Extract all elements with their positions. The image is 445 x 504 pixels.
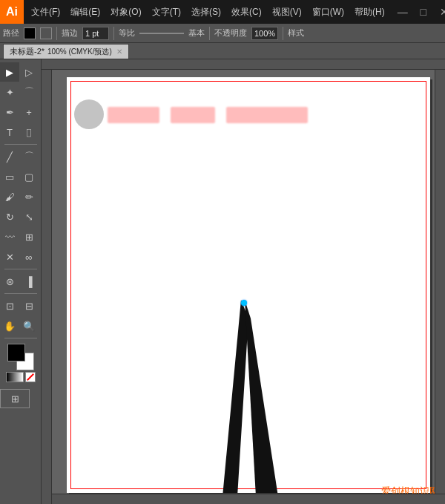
toolbar-separator-4 <box>283 27 283 40</box>
toolbar-separator-1 <box>56 27 57 40</box>
foreground-color-swatch[interactable] <box>7 344 25 361</box>
artboard-tool[interactable]: ⊡ <box>0 296 19 315</box>
svg-marker-0 <box>222 300 248 493</box>
column-graph-tool[interactable]: ▐ <box>19 272 39 291</box>
pen-anchor-point <box>241 300 247 306</box>
opacity-input[interactable] <box>251 27 278 40</box>
type-tool[interactable]: T <box>0 122 19 142</box>
menu-text[interactable]: 文字(T) <box>148 4 185 20</box>
tab-info: 100% (CMYK/预选) <box>47 47 112 57</box>
tab-name: 未标题-2* <box>10 46 44 57</box>
grey-circle-shape <box>74 99 104 129</box>
pink-rect-2 <box>171 107 215 123</box>
pen-tool[interactable]: ✒ <box>0 102 19 122</box>
menu-bar: 文件(F) 编辑(E) 对象(O) 文字(T) 选择(S) 效果(C) 视图(V… <box>24 0 392 24</box>
tool-row-13: ✋ 🔍 <box>0 316 41 336</box>
tool-row-bottom: ⊞ <box>0 389 41 408</box>
pencil-tool[interactable]: ✏ <box>19 187 39 206</box>
menu-help[interactable]: 帮助(H) <box>350 4 389 20</box>
tool-row-9: 〰 ⊞ <box>0 227 41 246</box>
line-tool[interactable]: ╱ <box>0 147 19 166</box>
artboard[interactable] <box>67 77 430 493</box>
tool-row-10: ✕ ∞ <box>0 247 41 266</box>
left-toolbar: ▶ ▷ ✦ ⌒ ✒ + T ⌷ ╱ ⌒ ▭ ▢ 🖌 ✏ ↻ ⤡ <box>0 59 42 504</box>
canvas-area[interactable]: 爱创根知识网 <box>42 59 445 504</box>
tool-row-11: ⊛ ▐ <box>0 272 41 291</box>
pink-rect-3 <box>226 107 308 123</box>
toolbar-separator-2 <box>113 27 114 40</box>
stroke-shape[interactable] <box>40 27 52 39</box>
opacity-label: 不透明度 <box>214 27 247 39</box>
pink-rect-1 <box>108 107 159 123</box>
scale-tool[interactable]: ⤡ <box>19 207 39 226</box>
rounded-rect-tool[interactable]: ▢ <box>19 167 39 186</box>
change-screen-mode[interactable]: ⊞ <box>0 389 30 408</box>
menu-file[interactable]: 文件(F) <box>27 4 65 20</box>
tool-separator-1 <box>4 144 37 145</box>
tool-row-5: ╱ ⌒ <box>0 147 41 166</box>
pink-shapes-group <box>108 107 308 123</box>
hand-tool[interactable]: ✋ <box>0 316 19 336</box>
slice-tool[interactable]: ⊟ <box>19 296 39 315</box>
tool-row-7: 🖌 ✏ <box>0 187 41 206</box>
rotate-tool[interactable]: ↻ <box>0 207 19 226</box>
title-bar: Ai 文件(F) 编辑(E) 对象(O) 文字(T) 选择(S) 效果(C) 视… <box>0 0 445 24</box>
artboard-container <box>67 77 430 493</box>
direct-selection-tool[interactable]: ▷ <box>19 62 39 82</box>
pen-drawn-shapes <box>171 296 319 493</box>
menu-select[interactable]: 选择(S) <box>187 4 225 20</box>
horizontal-ruler <box>42 59 445 70</box>
none-color-button[interactable] <box>25 372 36 382</box>
properties-toolbar: 路径 描边 等比 基本 不透明度 样式 <box>0 24 445 43</box>
selection-tool[interactable]: ▶ <box>0 62 19 82</box>
zoom-tool[interactable]: 🔍 <box>19 316 39 336</box>
vertical-scrollbar[interactable] <box>435 70 445 494</box>
blend-tool[interactable]: ∞ <box>19 247 39 266</box>
tool-separator-4 <box>4 338 37 338</box>
stroke-width-input[interactable] <box>82 27 109 40</box>
magic-wand-tool[interactable]: ✦ <box>0 82 19 102</box>
foreground-background-colors[interactable] <box>7 344 34 370</box>
maximize-button[interactable]: □ <box>413 0 434 24</box>
menu-object[interactable]: 对象(O) <box>106 4 145 20</box>
symbol-sprayer-tool[interactable]: ⊛ <box>0 272 19 291</box>
tool-separator-3 <box>4 293 37 294</box>
vertical-ruler <box>42 70 52 504</box>
menu-effect[interactable]: 效果(C) <box>227 4 266 20</box>
gradient-button[interactable] <box>6 372 24 382</box>
menu-window[interactable]: 窗口(W) <box>308 4 349 20</box>
color-area <box>6 344 36 382</box>
main-area: ▶ ▷ ✦ ⌒ ✒ + T ⌷ ╱ ⌒ ▭ ▢ 🖌 ✏ ↻ ⤡ <box>0 59 445 504</box>
tool-row-4: T ⌷ <box>0 122 41 142</box>
fill-swatch[interactable] <box>24 27 36 39</box>
toolbar-separator-3 <box>209 27 210 40</box>
tool-row-2: ✦ ⌒ <box>0 82 41 102</box>
document-tab-active[interactable]: 未标题-2* 100% (CMYK/预选) ✕ <box>3 44 129 59</box>
tool-row-8: ↻ ⤡ <box>0 207 41 226</box>
stroke-style-label: 等比 <box>119 27 135 39</box>
arc-tool[interactable]: ⌒ <box>19 147 39 166</box>
close-button[interactable]: ✕ <box>434 0 445 24</box>
free-transform-tool[interactable]: ⊞ <box>19 227 39 246</box>
horizontal-scrollbar[interactable] <box>52 494 445 504</box>
paintbrush-tool[interactable]: 🖌 <box>0 187 19 206</box>
tool-separator-2 <box>4 269 37 269</box>
tab-close-button[interactable]: ✕ <box>116 48 122 56</box>
menu-view[interactable]: 视图(V) <box>268 4 306 20</box>
eyedropper-tool[interactable]: ✕ <box>0 247 19 266</box>
tool-row-3: ✒ + <box>0 102 41 122</box>
lasso-tool[interactable]: ⌒ <box>19 82 39 102</box>
menu-edit[interactable]: 编辑(E) <box>66 4 105 20</box>
rectangle-tool[interactable]: ▭ <box>0 167 19 186</box>
add-anchor-tool[interactable]: + <box>19 102 39 122</box>
area-type-tool[interactable]: ⌷ <box>19 122 39 142</box>
minimize-button[interactable]: — <box>392 0 413 24</box>
svg-marker-1 <box>245 300 278 493</box>
document-tabs: 未标题-2* 100% (CMYK/预选) ✕ <box>0 43 445 59</box>
stroke-line-preview <box>139 33 184 34</box>
stroke-label: 描边 <box>62 27 78 39</box>
warp-tool[interactable]: 〰 <box>0 227 19 246</box>
tool-row-1: ▶ ▷ <box>0 62 41 82</box>
window-controls: — □ ✕ <box>392 0 445 24</box>
tool-row-12: ⊡ ⊟ <box>0 296 41 315</box>
